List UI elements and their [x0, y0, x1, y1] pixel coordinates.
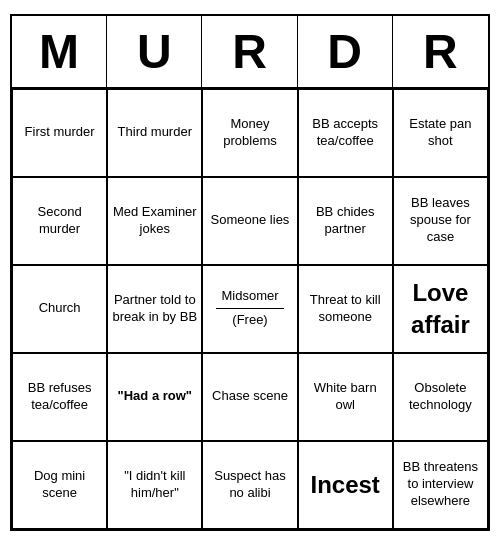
cell-4: Estate pan shot — [393, 89, 488, 177]
cell-12-free: Midsomer (Free) — [202, 265, 297, 353]
cell-23: Incest — [298, 441, 393, 529]
cell-14: Love affair — [393, 265, 488, 353]
cell-1: Third murder — [107, 89, 202, 177]
header-u: U — [107, 16, 202, 87]
cell-24: BB threatens to interview elsewhere — [393, 441, 488, 529]
cell-7: Someone lies — [202, 177, 297, 265]
cell-6: Med Examiner jokes — [107, 177, 202, 265]
cell-9: BB leaves spouse for case — [393, 177, 488, 265]
cell-8: BB chides partner — [298, 177, 393, 265]
cell-3: BB accepts tea/coffee — [298, 89, 393, 177]
cell-19: Obsolete technology — [393, 353, 488, 441]
cell-0: First murder — [12, 89, 107, 177]
cell-11: Partner told to break in by BB — [107, 265, 202, 353]
header-d: D — [298, 16, 393, 87]
bingo-card: M U R D R First murder Third murder Mone… — [10, 14, 490, 531]
header-m: M — [12, 16, 107, 87]
cell-16: "Had a row" — [107, 353, 202, 441]
bingo-grid: First murder Third murder Money problems… — [12, 89, 488, 529]
cell-22: Suspect has no alibi — [202, 441, 297, 529]
free-bottom-label: (Free) — [232, 312, 267, 329]
cell-18: White barn owl — [298, 353, 393, 441]
header-r1: R — [202, 16, 297, 87]
cell-5: Second murder — [12, 177, 107, 265]
cell-10: Church — [12, 265, 107, 353]
cell-20: Dog mini scene — [12, 441, 107, 529]
cell-15: BB refuses tea/coffee — [12, 353, 107, 441]
cell-2: Money problems — [202, 89, 297, 177]
free-top-label: Midsomer — [221, 288, 278, 305]
cell-13: Threat to kill someone — [298, 265, 393, 353]
cell-21: "I didn't kill him/her" — [107, 441, 202, 529]
bingo-header: M U R D R — [12, 16, 488, 89]
cell-17: Chase scene — [202, 353, 297, 441]
free-divider — [216, 308, 284, 309]
header-r2: R — [393, 16, 488, 87]
